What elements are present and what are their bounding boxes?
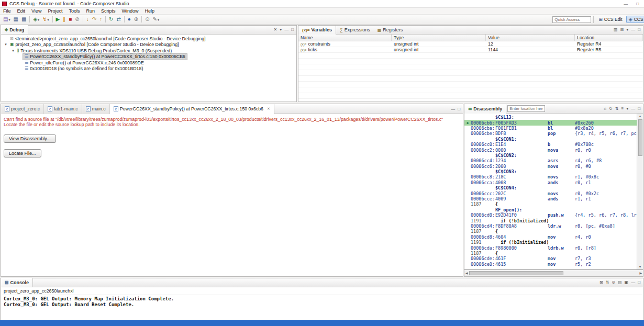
debug-launch-icon[interactable]: ◈▾: [31, 16, 41, 24]
disassembly-line[interactable]: 00006cc4:1234asrsr4, r6, #8: [464, 158, 637, 163]
disassembly-line[interactable]: 00006cc6:2000movsr0, #0: [464, 164, 637, 169]
disassembly-vertical-scrollbar[interactable]: ▲ ▼: [637, 114, 643, 269]
column-header-value[interactable]: Value: [486, 35, 575, 41]
restart-icon[interactable]: ↻: [107, 16, 115, 24]
minimize-panel-icon[interactable]: —: [631, 278, 635, 286]
location-input[interactable]: [507, 105, 545, 112]
view-menu-icon[interactable]: ▾: [626, 26, 628, 33]
pin-console-icon[interactable]: ⊙: [612, 278, 615, 286]
disassembly-line[interactable]: ◆00006cb6:F005FAD3bl#0xc260: [464, 120, 637, 125]
minimize-button[interactable]: —: [624, 1, 628, 7]
disassembly-line[interactable]: 00006cbe:BDF8pop{r3, r4, r5, r6, r7, pc}: [464, 131, 637, 136]
step-over-icon[interactable]: ↷: [91, 16, 98, 24]
scroll-left-icon[interactable]: ◀: [465, 271, 468, 276]
watch-expression-icon[interactable]: ⊕: [132, 16, 140, 24]
tab-disassembly[interactable]: ☰ Disassembly: [464, 104, 506, 114]
disassembly-line[interactable]: 1187{: [464, 201, 637, 207]
pin-icon[interactable]: ⊙: [143, 16, 151, 24]
column-header-location[interactable]: Location: [575, 35, 643, 41]
minimize-panel-icon[interactable]: —: [631, 26, 635, 33]
scrollbar-thumb[interactable]: [638, 119, 642, 156]
maximize-panel-icon[interactable]: □: [638, 26, 640, 33]
show-type-names-icon[interactable]: ▥: [614, 26, 618, 33]
minimize-panel-icon[interactable]: —: [284, 26, 288, 33]
scroll-right-icon[interactable]: ▶: [639, 271, 642, 276]
taskbar[interactable]: [0, 320, 644, 326]
menu-view[interactable]: View: [28, 8, 45, 14]
disassembly-line[interactable]: $C$CON2:: [464, 153, 637, 158]
scroll-lock-icon[interactable]: ⇅: [606, 278, 609, 286]
maximize-panel-icon[interactable]: □: [458, 105, 460, 113]
tab-variables[interactable]: (x)=Variables: [298, 26, 336, 35]
disassembly-line[interactable]: 00006cd4:F8DF80A8ldr.wr8, [pc, #0xa8]: [464, 223, 637, 229]
disassembly-line[interactable]: 00006cca:4008andsr0, r1: [464, 180, 637, 185]
minimize-panel-icon[interactable]: —: [451, 105, 455, 113]
variable-row[interactable]: (x)=constraintsunsigned int12Register R4: [298, 41, 643, 47]
collapse-all-icon[interactable]: ⊟: [620, 26, 624, 33]
menu-run[interactable]: Run: [83, 8, 98, 14]
variable-row[interactable]: (x)=ticksunsigned int1144Register R5: [298, 47, 643, 53]
disassembly-line[interactable]: $C$CON3:: [464, 169, 637, 174]
clear-console-icon[interactable]: ⊠: [599, 278, 603, 286]
disassembly-line[interactable]: 1187{: [464, 251, 637, 256]
menu-project[interactable]: Project: [45, 8, 65, 14]
disassembly-line[interactable]: $C$CON1:: [464, 137, 637, 142]
disassembly-line[interactable]: 00006cc8:218Cmovsr1, #0x8c: [464, 174, 637, 179]
disassembly-line[interactable]: 00006ccc:202Cmovsr0, #0x2c: [464, 190, 637, 196]
column-header-name[interactable]: Name: [298, 35, 392, 41]
tree-expander-icon[interactable]: ▾: [10, 49, 16, 53]
terminate-icon[interactable]: ■: [67, 16, 73, 24]
editor-tab[interactable]: cPowerCC26XX_standbyPolicy() at PowerCC2…: [110, 104, 274, 114]
disassembly-line[interactable]: RF_open():: [464, 207, 637, 212]
open-console-icon[interactable]: ▣: [625, 278, 629, 286]
disassembly-line[interactable]: 1191 if (!bInitialized): [464, 218, 637, 223]
save-icon[interactable]: ▦: [12, 16, 19, 24]
view-disassembly-button[interactable]: View Disassembly...: [4, 134, 56, 143]
editor-tab[interactable]: cmain.c: [82, 104, 110, 114]
debug-tree-row[interactable]: ☰Power_idleFunc() at PowerCC26XX.c:246 0…: [1, 60, 296, 66]
ccs-edit-perspective-button[interactable]: ⊞CCS Edit: [596, 16, 625, 23]
more-tools-icon[interactable]: ✎▾: [151, 16, 161, 24]
maximize-button[interactable]: □: [636, 1, 639, 7]
debug-tree-row[interactable]: ▾▣project_zero_app_cc2650launchxl [Code …: [1, 42, 296, 48]
scrollbar-thumb[interactable]: [469, 271, 563, 275]
tab-console[interactable]: ▤ Console: [1, 278, 33, 287]
suspend-icon[interactable]: ∥: [61, 16, 67, 24]
maximize-panel-icon[interactable]: □: [638, 278, 640, 286]
disconnect-icon[interactable]: ⊘: [73, 16, 81, 24]
new-file-icon[interactable]: ▤▾: [2, 16, 12, 24]
tree-expander-icon[interactable]: ▾: [3, 42, 8, 47]
tab-registers[interactable]: ▦Registers: [374, 26, 407, 35]
quick-access-input[interactable]: [552, 16, 591, 23]
scroll-up-icon[interactable]: ▲: [639, 114, 642, 119]
ccs-debug-perspective-button[interactable]: ◈CCS Debug: [626, 16, 644, 23]
resume-icon[interactable]: ▶: [54, 16, 62, 24]
maximize-panel-icon[interactable]: □: [638, 105, 640, 113]
maximize-panel-icon[interactable]: □: [291, 26, 294, 33]
debug-tree-row[interactable]: ☰PowerCC26XX_standbyPolicy() at PowerCC2…: [1, 54, 296, 60]
scroll-down-icon[interactable]: ▼: [639, 264, 642, 269]
menu-help[interactable]: Help: [141, 8, 158, 14]
debug-tree-row[interactable]: ☰0x1001BD18 (no symbols are defined for …: [1, 66, 296, 72]
tab-debug[interactable]: ◈ Debug: [1, 25, 28, 34]
disassembly-line[interactable]: 00006cc0:E1E4b#0x708c: [464, 142, 637, 147]
flash-icon[interactable]: ↯▾: [41, 16, 50, 24]
menu-edit[interactable]: Edit: [14, 8, 29, 14]
disassembly-line[interactable]: 00006cc2:0000movsr0, r0: [464, 147, 637, 152]
display-console-icon[interactable]: ▤: [618, 278, 622, 286]
disassembly-line[interactable]: 1187{: [464, 229, 637, 234]
debug-tree-row[interactable]: ▾‖Texas Instruments XDS110 USB Debug Pro…: [1, 48, 296, 54]
minimize-panel-icon[interactable]: —: [631, 105, 635, 113]
disassembly-horizontal-scrollbar[interactable]: ◀ ▶: [464, 269, 643, 276]
close-tab-icon[interactable]: ✕: [267, 107, 270, 111]
disassembly-line[interactable]: 00006cde:461Fmovr7, r3: [464, 256, 637, 261]
menu-scripts[interactable]: Scripts: [98, 8, 119, 14]
follow-pc-icon[interactable]: ⇅: [615, 105, 619, 113]
step-return-icon[interactable]: ↑: [98, 16, 104, 24]
editor-tab[interactable]: clab1-main.c: [44, 104, 82, 114]
disassembly-line[interactable]: 00006cda:F8980000ldrb.wr0, [r8]: [464, 245, 637, 250]
column-header-type[interactable]: Type: [392, 35, 486, 41]
disassembly-line[interactable]: 00006cd8:4604movr4, r0: [464, 234, 637, 240]
breakpoint-icon[interactable]: ●: [126, 16, 132, 24]
disassembly-line[interactable]: 1191 if (!bInitialized): [464, 240, 637, 245]
